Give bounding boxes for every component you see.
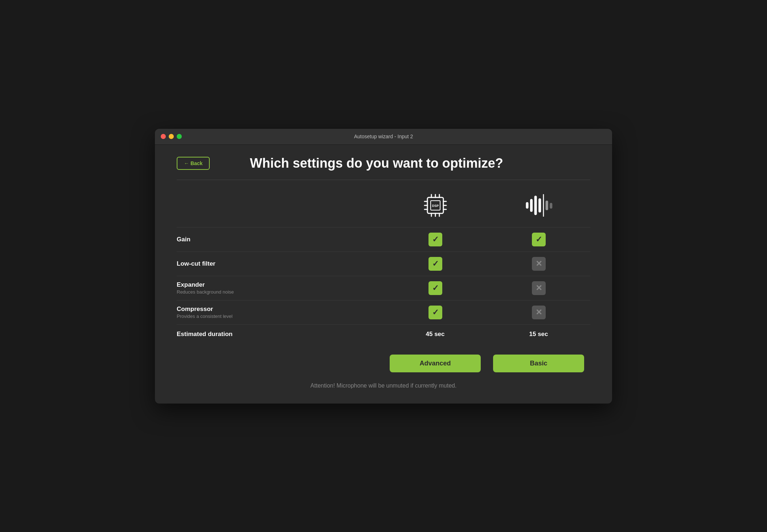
svg-rect-19	[543, 194, 544, 216]
lowcut-dsp-check: ✓	[384, 257, 487, 271]
table-row: Expander Reduces background noise ✓ ✕	[177, 276, 590, 300]
col-label-spacer	[177, 191, 384, 220]
page-title: Which settings do you want to optimize?	[210, 156, 590, 171]
basic-button-col: Basic	[487, 355, 590, 372]
button-spacer	[177, 355, 384, 372]
svg-rect-15	[526, 202, 528, 209]
compressor-sublabel: Provides a consistent level	[177, 314, 384, 319]
basic-button[interactable]: Basic	[493, 355, 584, 372]
fullscreen-button[interactable]	[177, 134, 182, 139]
advanced-button-col: Advanced	[384, 355, 487, 372]
duration-dsp-value: 45 sec	[384, 331, 487, 338]
header-row: ← Back Which settings do you want to opt…	[177, 156, 590, 171]
duration-label: Estimated duration	[177, 331, 384, 338]
row-label-gain: Gain	[177, 236, 384, 243]
lowcut-label: Low-cut filter	[177, 260, 384, 267]
main-content: ← Back Which settings do you want to opt…	[155, 145, 612, 404]
cross-icon-gray: ✕	[532, 306, 546, 319]
check-icon-green: ✓	[428, 257, 442, 271]
lowcut-mic-check: ✕	[487, 257, 590, 271]
divider	[177, 180, 590, 180]
svg-rect-16	[530, 199, 533, 212]
attention-text: Attention! Microphone will be unmuted if…	[177, 382, 590, 389]
row-label-compressor: Compressor Provides a consistent level	[177, 306, 384, 319]
expander-dsp-check: ✓	[384, 281, 487, 295]
duration-row: Estimated duration 45 sec 15 sec	[177, 324, 590, 344]
compressor-mic-check: ✕	[487, 306, 590, 319]
button-row: Advanced Basic	[177, 355, 590, 372]
compressor-dsp-check: ✓	[384, 306, 487, 319]
app-window: Autosetup wizard - Input 2 ← Back Which …	[155, 129, 612, 404]
check-icon-green: ✓	[428, 233, 442, 246]
row-label-lowcut: Low-cut filter	[177, 260, 384, 267]
table-row: Low-cut filter ✓ ✕	[177, 251, 590, 276]
expander-label: Expander	[177, 281, 384, 288]
advanced-button[interactable]: Advanced	[390, 355, 481, 372]
expander-sublabel: Reduces background noise	[177, 289, 384, 295]
microphone-waveform-icon	[524, 191, 553, 220]
check-icon-green: ✓	[532, 233, 546, 246]
gain-dsp-check: ✓	[384, 233, 487, 246]
svg-rect-21	[550, 202, 552, 208]
cross-icon-gray: ✕	[532, 257, 546, 271]
titlebar-title: Autosetup wizard - Input 2	[354, 134, 413, 139]
svg-rect-20	[545, 200, 548, 210]
gain-label: Gain	[177, 236, 384, 243]
expander-mic-check: ✕	[487, 281, 590, 295]
gain-mic-check: ✓	[487, 233, 590, 246]
check-icon-green: ✓	[428, 306, 442, 319]
compressor-label: Compressor	[177, 306, 384, 313]
table-row: Compressor Provides a consistent level ✓…	[177, 300, 590, 324]
mic-icon-col	[487, 191, 590, 220]
close-button[interactable]	[161, 134, 166, 139]
icons-row: DSP	[177, 191, 590, 220]
cross-icon-gray: ✕	[532, 281, 546, 295]
dsp-icon: DSP	[421, 191, 450, 220]
back-button[interactable]: ← Back	[177, 157, 210, 170]
titlebar: Autosetup wizard - Input 2	[155, 129, 612, 145]
svg-rect-18	[538, 198, 541, 212]
dsp-icon-col: DSP	[384, 191, 487, 220]
traffic-lights	[161, 134, 182, 139]
settings-table: Gain ✓ ✓ Low-cut filter ✓ ✕	[177, 227, 590, 344]
minimize-button[interactable]	[169, 134, 174, 139]
svg-text:DSP: DSP	[432, 204, 439, 208]
check-icon-green: ✓	[428, 281, 442, 295]
duration-mic-value: 15 sec	[487, 331, 590, 338]
row-label-expander: Expander Reduces background noise	[177, 281, 384, 295]
svg-rect-17	[534, 196, 537, 215]
table-row: Gain ✓ ✓	[177, 227, 590, 251]
